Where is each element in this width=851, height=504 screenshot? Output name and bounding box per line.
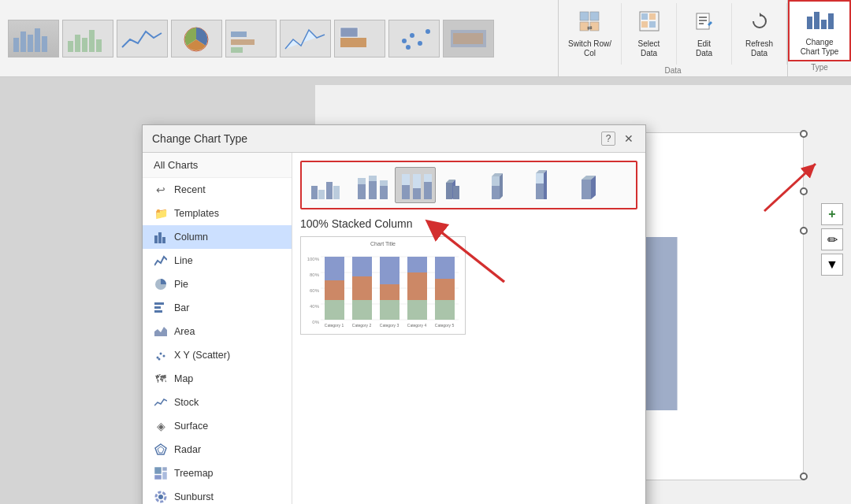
change-chart-type-button[interactable]: ChangeChart Type [788,0,851,61]
ribbon-thumb-3[interactable] [117,20,168,57]
nav-item-bar[interactable]: Bar [143,296,292,320]
ribbon-thumb-6[interactable] [280,20,331,57]
svg-rect-112 [536,173,544,183]
svg-rect-34 [697,13,709,29]
paint-button[interactable]: ✏ [821,228,843,250]
nav-item-sunburst[interactable]: Sunburst [143,485,292,504]
line-icon [154,254,168,268]
svg-text:Category 4: Category 4 [407,323,427,328]
nav-item-map[interactable]: 🗺 Map [143,367,292,391]
svg-rect-137 [407,257,427,272]
svg-rect-15 [340,38,366,47]
svg-rect-135 [380,284,399,300]
svg-rect-138 [407,272,427,300]
nav-label-templates: Templates [174,208,219,219]
switch-row-col-label: Switch Row/ Col [568,39,611,58]
svg-point-18 [410,33,414,38]
ribbon-thumb-4[interactable] [171,20,222,57]
100-stacked-column-btn[interactable] [395,167,436,203]
sunburst-icon [154,490,168,504]
svg-rect-5 [68,41,73,52]
nav-item-column[interactable]: Column [143,225,292,249]
svg-point-59 [158,358,161,361]
change-chart-type-dialog: Change Chart Type ? ✕ All Charts ↩ Recen… [142,124,646,504]
recent-icon: ↩ [154,183,168,197]
xy-scatter-icon [154,348,168,362]
add-element-button[interactable]: + [821,203,843,225]
svg-rect-95 [380,186,388,199]
nav-label-map: Map [174,373,193,384]
svg-rect-32 [641,21,648,28]
3d-clustered-column-btn[interactable] [439,167,480,203]
svg-text:0%: 0% [312,320,319,324]
svg-rect-90 [333,186,340,199]
nav-item-pie[interactable]: Pie [143,272,292,296]
nav-item-stock[interactable]: Stock [143,391,292,414]
ribbon-thumb-7[interactable] [334,20,385,57]
svg-rect-98 [402,174,410,185]
dialog-controls: ? ✕ [601,132,636,146]
svg-marker-114 [544,170,547,199]
area-icon [154,324,168,339]
select-data-button[interactable]: SelectData [622,3,677,65]
nav-item-line[interactable]: Line [143,249,292,272]
svg-rect-64 [162,472,167,480]
svg-rect-1 [20,32,26,52]
nav-label-radar: Radar [174,444,201,455]
templates-icon: 📁 [154,206,168,220]
type-section-label: Type [811,61,828,73]
nav-label-pie: Pie [174,279,188,290]
column-icon [154,230,168,244]
3d-stacked-column-btn[interactable] [483,167,524,203]
nav-item-treemap[interactable]: Treemap [143,461,292,485]
main-area: Category 4 + ✏ ▼ Change Chart Type ? ✕ [0,77,851,504]
svg-rect-24 [580,12,589,20]
svg-rect-33 [649,21,656,28]
refresh-icon [749,10,771,37]
3d-column-btn[interactable] [571,167,612,203]
nav-item-area[interactable]: Area [143,320,292,343]
ribbon-thumb-1[interactable] [8,20,59,57]
refresh-data-button[interactable]: RefreshData [732,3,787,65]
svg-rect-3 [35,28,40,52]
dialog-help-button[interactable]: ? [601,132,615,146]
ribbon-thumb-5[interactable] [225,20,277,57]
svg-point-66 [158,495,163,499]
svg-rect-9 [96,39,102,52]
nav-label-column: Column [174,232,208,243]
dialog-title: Change Chart Type [152,132,247,145]
nav-item-xy-scatter[interactable]: X Y (Scatter) [143,343,292,367]
svg-text:Category 2: Category 2 [352,323,372,328]
svg-rect-11 [231,32,247,37]
svg-text:80%: 80% [310,272,320,277]
svg-rect-134 [380,257,399,284]
svg-rect-62 [154,467,162,474]
select-data-icon [638,10,660,37]
nav-label-stock: Stock [174,397,199,408]
svg-rect-23 [453,33,483,44]
svg-rect-89 [326,182,333,199]
svg-rect-49 [158,232,162,243]
ribbon-thumb-2[interactable] [62,20,113,57]
switch-row-col-button[interactable]: ⇄ Switch Row/ Col [559,3,622,65]
nav-item-recent[interactable]: ↩ Recent [143,178,292,202]
ribbon-thumb-9[interactable] [443,20,494,57]
stacked-column-btn[interactable] [351,167,392,203]
svg-rect-139 [407,300,427,320]
3d-100-stacked-column-btn[interactable] [527,167,568,203]
nav-item-templates[interactable]: 📁 Templates [143,202,292,225]
svg-text:100%: 100% [307,257,320,261]
svg-point-20 [426,29,430,34]
clustered-column-btn[interactable] [307,167,347,203]
nav-label-area: Area [174,326,195,337]
svg-rect-133 [352,300,372,320]
svg-rect-103 [446,183,452,199]
nav-item-radar[interactable]: Radar [143,438,292,461]
filter-button[interactable]: ▼ [821,254,843,276]
nav-item-surface[interactable]: ◈ Surface [143,414,292,438]
edit-data-button[interactable]: EditData [677,3,732,65]
dialog-close-button[interactable]: ✕ [622,132,636,146]
ribbon-thumb-8[interactable] [388,20,440,57]
svg-marker-117 [591,176,596,199]
nav-label-bar: Bar [174,302,189,313]
